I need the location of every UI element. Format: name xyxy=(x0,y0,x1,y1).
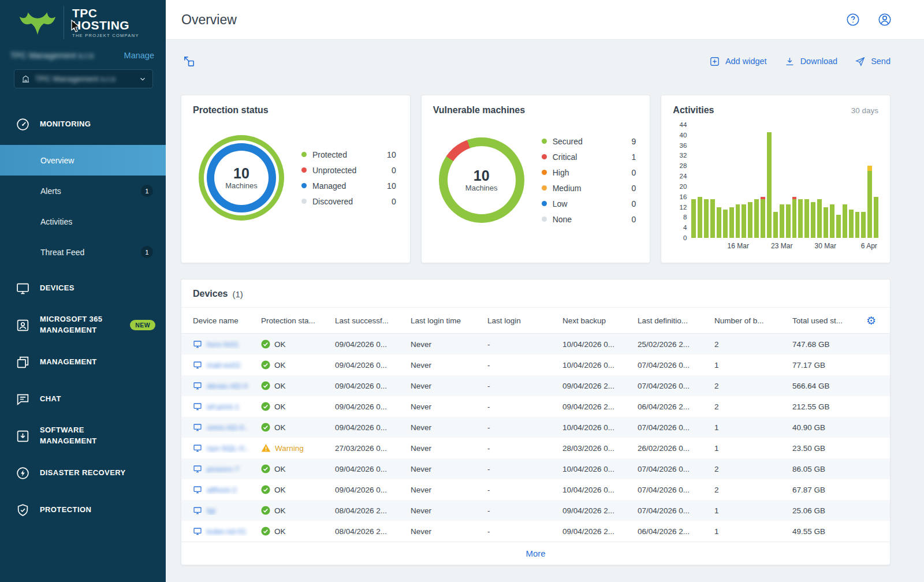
activity-bar[interactable] xyxy=(761,125,765,238)
download-label: Download xyxy=(800,57,838,66)
app-logo[interactable]: TPC HOSTING THE PROJEKT COMPANY xyxy=(0,0,166,45)
sidebar-item-alerts[interactable]: Alerts1 xyxy=(0,176,166,206)
column-header[interactable]: Last login xyxy=(487,316,562,325)
column-header[interactable]: Last definitio... xyxy=(638,316,714,325)
activity-bar[interactable] xyxy=(698,125,702,238)
device-name-cell[interactable]: hsrv-fs01 xyxy=(193,339,261,349)
device-row[interactable]: nyx-SQL-0...Warning27/03/2026 0...Never-… xyxy=(181,438,890,458)
y-tick-label: 12 xyxy=(680,204,687,211)
sidebar-item-monitoring[interactable]: MONITORING xyxy=(0,108,166,140)
device-name-cell[interactable]: proxsrv-7 xyxy=(193,464,261,473)
activities-bars xyxy=(691,125,878,238)
activity-bar[interactable] xyxy=(691,125,696,238)
activity-bar[interactable] xyxy=(798,125,803,238)
activity-bar[interactable] xyxy=(742,125,746,238)
sidebar-item-disaster-recovery[interactable]: DISASTER RECOVERY xyxy=(0,457,166,489)
device-row[interactable]: fgtOK08/04/2026 2...Never-09/04/2026 2..… xyxy=(181,500,890,521)
protection-status-cell: OK xyxy=(261,485,335,494)
activity-bar[interactable] xyxy=(849,125,854,238)
device-row[interactable]: mail-ex02OK09/04/2026 0...Never-10/04/20… xyxy=(181,355,890,375)
activity-bar[interactable] xyxy=(780,125,784,238)
sidebar-item-label: DISASTER RECOVERY xyxy=(40,468,126,479)
sidebar-item-activities[interactable]: Activities xyxy=(0,206,166,237)
device-row[interactable]: devas-AD-0...OK09/04/2026 0...Never-09/0… xyxy=(181,375,890,396)
next-backup-cell: 09/04/2026 2... xyxy=(562,506,638,515)
vulnerable-machines-widget[interactable]: Vulnerable machines 10 Machines Secured9… xyxy=(421,95,651,263)
activity-bar[interactable] xyxy=(792,125,797,238)
activity-bar[interactable] xyxy=(824,125,828,238)
activity-bar[interactable] xyxy=(717,125,721,238)
activity-bar[interactable] xyxy=(704,125,709,238)
device-name-cell[interactable]: devas-AD-0... xyxy=(193,381,261,390)
activity-bar[interactable] xyxy=(723,125,728,238)
activity-bar[interactable] xyxy=(830,125,834,238)
bar-segment xyxy=(723,210,728,238)
legend-item-critical: Critical1 xyxy=(542,151,636,163)
help-icon[interactable] xyxy=(845,12,861,28)
device-name-cell[interactable]: alfhost-2 xyxy=(193,485,261,494)
activity-bar[interactable] xyxy=(874,125,878,238)
column-header[interactable]: Next backup xyxy=(562,316,638,325)
activity-bar[interactable] xyxy=(867,125,872,238)
more-link[interactable]: More xyxy=(526,549,545,558)
column-header[interactable]: Protection sta... xyxy=(261,316,335,325)
last-login-cell: - xyxy=(487,444,562,453)
device-monitor-icon xyxy=(193,402,202,411)
sidebar-item-overview[interactable]: Overview xyxy=(0,145,166,176)
sidebar-item-devices[interactable]: DEVICES xyxy=(0,272,166,304)
activity-bar[interactable] xyxy=(767,125,772,238)
column-header[interactable]: Number of b... xyxy=(714,316,792,325)
sidebar-item-label: MONITORING xyxy=(40,119,91,130)
activity-bar[interactable] xyxy=(804,125,809,238)
activity-bar[interactable] xyxy=(855,125,860,238)
table-settings-gear-icon[interactable]: ⚙ xyxy=(859,314,882,327)
protection-status-widget[interactable]: Protection status 10 Machines xyxy=(181,95,411,263)
device-name-cell[interactable]: mail-ex02 xyxy=(193,360,261,370)
column-header[interactable]: Device name xyxy=(193,316,261,325)
activity-bar[interactable] xyxy=(861,125,866,238)
activity-bar[interactable] xyxy=(786,125,791,238)
device-name-cell[interactable]: wf-print-1 xyxy=(193,402,261,411)
sidebar-item-threat-feed[interactable]: Threat Feed1 xyxy=(0,237,166,267)
user-account-icon[interactable] xyxy=(877,12,893,28)
device-row[interactable]: alfhost-2OK09/04/2026 0...Never-10/04/20… xyxy=(181,479,890,500)
device-row[interactable]: wf-print-1OK09/04/2026 0...Never-09/04/2… xyxy=(181,396,890,417)
send-button[interactable]: Send xyxy=(855,56,891,67)
activity-bar[interactable] xyxy=(817,125,822,238)
device-name-cell[interactable]: fgt xyxy=(193,506,261,515)
y-tick-label: 8 xyxy=(683,214,687,221)
organization-selector[interactable]: TPC Management s.r.o xyxy=(14,69,153,88)
device-row[interactable]: proxsrv-7OK09/04/2026 0...Never-10/04/20… xyxy=(181,458,890,479)
sidebar-item-software-management[interactable]: SOFTWARE MANAGEMENT xyxy=(0,420,166,452)
activity-bar[interactable] xyxy=(843,125,847,238)
activity-bar[interactable] xyxy=(736,125,740,238)
activity-bar[interactable] xyxy=(773,125,778,238)
add-widget-button[interactable]: Add widget xyxy=(709,56,767,67)
activities-widget[interactable]: Activities 30 days 048121620242832364044… xyxy=(661,95,891,263)
device-row[interactable]: hsrv-fs01OK09/04/2026 0...Never-10/04/20… xyxy=(181,334,890,355)
activity-bar[interactable] xyxy=(729,125,734,238)
sidebar-item-protection[interactable]: PROTECTION xyxy=(0,494,166,526)
last-login-cell: - xyxy=(487,340,562,349)
y-tick-label: 4 xyxy=(683,224,687,231)
sidebar-item-management[interactable]: MANAGEMENT xyxy=(0,346,166,378)
column-header[interactable]: Last successf... xyxy=(335,316,411,325)
manage-link[interactable]: Manage xyxy=(124,51,154,60)
activity-bar[interactable] xyxy=(836,125,841,238)
more-row: More xyxy=(181,542,890,565)
fullscreen-popout-icon[interactable] xyxy=(181,53,197,69)
column-header[interactable]: Total used st... xyxy=(792,316,859,325)
sidebar-item-microsoft-365-management[interactable]: MICROSOFT 365 MANAGEMENTNEW xyxy=(0,309,166,341)
activity-bar[interactable] xyxy=(710,125,715,238)
device-name-cell[interactable]: omni-AD-0... xyxy=(193,423,261,432)
activity-bar[interactable] xyxy=(754,125,759,238)
device-row[interactable]: kube-nd-01OK08/04/2026 2...Never-09/04/2… xyxy=(181,521,890,542)
device-name-cell[interactable]: kube-nd-01 xyxy=(193,527,261,536)
sidebar-item-chat[interactable]: CHAT xyxy=(0,383,166,415)
device-name-cell[interactable]: nyx-SQL-0... xyxy=(193,443,261,453)
activity-bar[interactable] xyxy=(748,125,752,238)
download-button[interactable]: Download xyxy=(784,56,838,67)
device-row[interactable]: omni-AD-0...OK09/04/2026 0...Never-10/04… xyxy=(181,417,890,438)
column-header[interactable]: Last login time xyxy=(411,316,487,325)
activity-bar[interactable] xyxy=(811,125,815,238)
